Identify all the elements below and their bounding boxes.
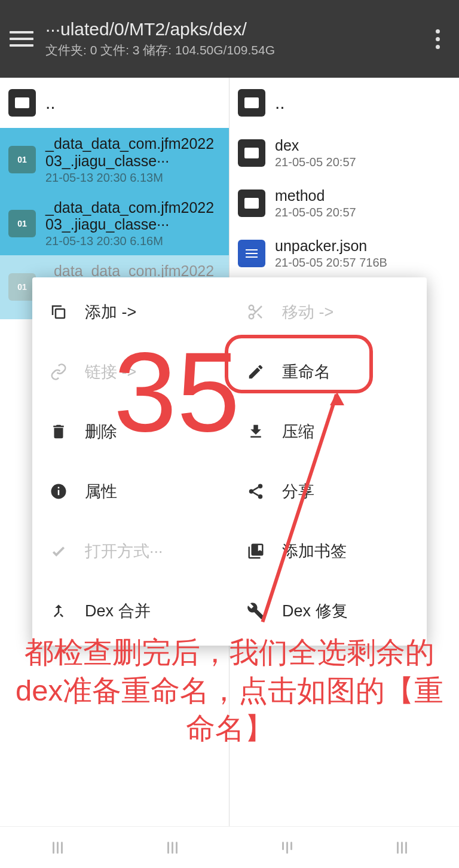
file-name: unpacker.json bbox=[275, 237, 451, 255]
scissors-icon bbox=[246, 302, 265, 322]
folder-icon bbox=[8, 89, 36, 117]
json-file-icon bbox=[238, 240, 265, 267]
parent-dir-row[interactable]: .. bbox=[230, 78, 459, 128]
menu-bookmark[interactable]: 添加书签 bbox=[230, 521, 427, 581]
file-name: _data_data_com.jfm202203_.jiagu_classe··… bbox=[45, 135, 221, 170]
link-icon bbox=[49, 362, 68, 381]
svg-point-6 bbox=[258, 484, 263, 489]
file-meta: 21-05-13 20:30 6.16M bbox=[45, 234, 221, 248]
file-name: _data_data_com.jfm202203_.jiagu_classe··… bbox=[45, 199, 221, 234]
trash-icon bbox=[49, 422, 68, 441]
wrench-icon bbox=[246, 601, 265, 621]
folder-name: method bbox=[275, 187, 451, 204]
menu-delete[interactable]: 删除 bbox=[32, 402, 230, 461]
menu-label: 分享 bbox=[282, 481, 314, 502]
nav-recent[interactable] bbox=[53, 842, 63, 854]
menu-add[interactable]: 添加 -> bbox=[32, 282, 230, 342]
parent-dir-label: .. bbox=[275, 93, 285, 113]
file-row[interactable]: unpacker.json 21-05-05 20:57 716B bbox=[230, 228, 459, 279]
menu-label: Dex 修复 bbox=[282, 600, 348, 622]
app-header: ···ulated/0/MT2/apks/dex/ 文件夹: 0 文件: 3 储… bbox=[0, 0, 459, 78]
pencil-icon bbox=[246, 362, 265, 381]
menu-compress[interactable]: 压缩 bbox=[230, 402, 427, 461]
download-icon bbox=[246, 422, 265, 441]
menu-rename[interactable]: 重命名 bbox=[230, 342, 427, 402]
svg-point-8 bbox=[258, 494, 263, 499]
context-menu: 添加 -> 移动 -> 链接 -> 重命名 删除 压缩 属性 分享 打开方式··… bbox=[32, 277, 427, 646]
info-icon bbox=[49, 482, 68, 501]
svg-point-7 bbox=[249, 489, 254, 494]
folder-icon bbox=[238, 139, 265, 167]
menu-move: 移动 -> bbox=[230, 282, 427, 342]
menu-open-with: 打开方式··· bbox=[32, 521, 230, 581]
menu-link: 链接 -> bbox=[32, 342, 230, 402]
file-meta: 21-05-13 20:30 6.13M bbox=[45, 171, 221, 185]
share-icon bbox=[246, 482, 265, 501]
nav-back[interactable] bbox=[282, 842, 292, 854]
check-icon bbox=[49, 542, 68, 561]
bookmark-icon bbox=[246, 542, 265, 561]
file-meta: 21-05-05 20:57 716B bbox=[275, 256, 451, 270]
menu-properties[interactable]: 属性 bbox=[32, 461, 230, 521]
overflow-menu-icon[interactable] bbox=[426, 29, 449, 49]
folder-icon bbox=[238, 190, 265, 217]
folder-row[interactable]: dex 21-05-05 20:57 bbox=[230, 128, 459, 178]
menu-label: 添加书签 bbox=[282, 540, 347, 562]
folder-meta: 21-05-05 20:57 bbox=[275, 206, 451, 219]
merge-icon bbox=[49, 601, 68, 621]
svg-rect-5 bbox=[58, 487, 60, 489]
menu-dex-merge[interactable]: Dex 合并 bbox=[32, 581, 230, 641]
folder-meta: 21-05-05 20:57 bbox=[275, 155, 451, 169]
dex-file-icon bbox=[8, 210, 36, 237]
storage-stats: 文件夹: 0 文件: 3 储存: 104.50G/109.54G bbox=[45, 42, 426, 59]
svg-rect-0 bbox=[56, 309, 65, 318]
parent-dir-label: .. bbox=[45, 93, 56, 113]
menu-label: 打开方式··· bbox=[85, 540, 163, 562]
nav-home[interactable] bbox=[167, 842, 178, 854]
svg-rect-4 bbox=[58, 490, 60, 496]
parent-dir-row[interactable]: .. bbox=[0, 78, 229, 128]
menu-label: 删除 bbox=[85, 421, 117, 442]
nav-extra[interactable] bbox=[397, 842, 407, 854]
file-row[interactable]: _data_data_com.jfm202203_.jiagu_classe··… bbox=[0, 128, 229, 192]
copy-icon bbox=[49, 302, 68, 322]
folder-name: dex bbox=[275, 137, 451, 154]
menu-dex-repair[interactable]: Dex 修复 bbox=[230, 581, 427, 641]
file-row[interactable]: _data_data_com.jfm202203_.jiagu_classe··… bbox=[0, 192, 229, 256]
menu-label: 重命名 bbox=[282, 361, 331, 383]
header-text: ···ulated/0/MT2/apks/dex/ 文件夹: 0 文件: 3 储… bbox=[45, 19, 426, 59]
hamburger-menu-icon[interactable] bbox=[10, 27, 33, 51]
folder-row[interactable]: method 21-05-05 20:57 bbox=[230, 178, 459, 228]
menu-label: 添加 -> bbox=[85, 301, 136, 323]
menu-label: 移动 -> bbox=[282, 301, 333, 323]
dex-file-icon bbox=[8, 146, 36, 173]
menu-label: 链接 -> bbox=[85, 361, 136, 383]
svg-point-1 bbox=[249, 305, 254, 310]
menu-share[interactable]: 分享 bbox=[230, 461, 427, 521]
menu-label: Dex 合并 bbox=[85, 600, 151, 622]
path-text[interactable]: ···ulated/0/MT2/apks/dex/ bbox=[45, 19, 426, 39]
folder-icon bbox=[238, 89, 265, 117]
menu-label: 压缩 bbox=[282, 421, 314, 442]
svg-point-2 bbox=[249, 314, 254, 319]
menu-label: 属性 bbox=[85, 481, 117, 502]
system-navbar bbox=[0, 826, 459, 868]
